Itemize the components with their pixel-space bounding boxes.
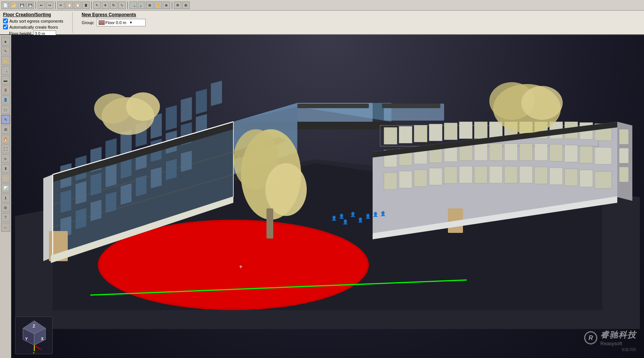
saveas-file-button[interactable]: 💾 [26, 2, 34, 9]
svg-rect-47 [414, 170, 427, 187]
svg-text:👤: 👤 [365, 213, 371, 219]
new-file-button[interactable]: 📄 [2, 2, 9, 9]
floor-select-icon [99, 20, 105, 25]
svg-rect-26 [135, 175, 147, 197]
group-label: Group: [82, 20, 94, 25]
group-select[interactable]: Floor 0.0 m ▼ [97, 19, 146, 26]
x-axis-label: X [41, 337, 44, 341]
viewport-3d[interactable]: + [11, 35, 644, 358]
auto-sort-label: Auto sort egress components [9, 19, 63, 23]
y-axis-label: Y [25, 337, 28, 341]
select-button[interactable]: ↖ [93, 2, 101, 9]
cut-button[interactable]: ✂ [57, 2, 65, 9]
svg-line-75 [34, 345, 40, 349]
svg-rect-24 [105, 191, 117, 213]
svg-rect-37 [489, 144, 502, 161]
sidebar-cursor-tool[interactable]: ↖ [1, 46, 10, 55]
panel-divider-1 [72, 12, 73, 33]
sidebar-door-tool[interactable]: 🚪 [1, 86, 10, 95]
sidebar-fire-tool[interactable]: 🔥 [1, 135, 10, 144]
sidebar-analysis-tool[interactable]: 📊 [1, 184, 10, 193]
watermark-company-name: 睿驰科技 [600, 329, 636, 341]
paste-button[interactable]: 📋 [74, 2, 81, 9]
sidebar-prop-tool[interactable]: ℹ [1, 193, 10, 202]
svg-rect-53 [504, 166, 518, 183]
orbit-button[interactable]: ⊕ [163, 2, 170, 9]
grid-button[interactable]: ⊞ [182, 2, 190, 9]
sidebar-elevator-tool[interactable]: ⬆ [1, 164, 10, 173]
toolbar-sep-2 [55, 2, 56, 9]
watermark: R 睿驰科技 Reasysoft 智森消防 [584, 329, 636, 352]
copy-button[interactable]: 📋 [65, 2, 73, 9]
sidebar-hand-tool[interactable]: ✋ [1, 56, 10, 65]
settings-button[interactable]: ⚙ [174, 2, 181, 9]
svg-rect-51 [474, 166, 487, 183]
dropdown-arrow-icon: ▼ [129, 21, 132, 24]
sidebar-group-tool[interactable]: □ [1, 105, 10, 114]
tree-trunk [266, 208, 273, 239]
delete-button[interactable]: 🗑 [82, 2, 90, 9]
rw1 [384, 127, 397, 144]
open-file-button[interactable]: 📂 [10, 2, 17, 9]
new-egress-section: New Egress Components Group: Floor 0.0 m… [82, 12, 146, 26]
auto-create-checkbox[interactable] [3, 24, 8, 29]
scale-button[interactable]: ⤡ [118, 2, 126, 9]
svg-rect-54 [519, 166, 533, 183]
svg-text:👤: 👤 [373, 211, 378, 217]
zoom-out-button[interactable]: 🔎 [138, 2, 145, 9]
sidebar-person-tool[interactable]: 👤 [1, 95, 10, 104]
tree-center-3 [265, 163, 307, 216]
roof-detail-1 [297, 104, 369, 108]
move-button[interactable]: ✛ [102, 2, 109, 9]
sidebar-dimension-tool[interactable]: ↔ [1, 223, 10, 232]
svg-rect-29 [181, 150, 192, 172]
floor-creation-title: Floor Creation/Sorting [3, 12, 63, 17]
svg-rect-22 [75, 208, 87, 229]
right-wing-side-windows [619, 129, 629, 182]
toolbar-sep-4 [127, 2, 128, 9]
svg-rect-12 [75, 181, 87, 205]
sidebar-settings-tool[interactable]: ⚙ [1, 203, 10, 212]
svg-rect-48 [429, 168, 442, 185]
sidebar-edit-tool[interactable]: ✎ [1, 115, 10, 124]
group-row: Group: Floor 0.0 m ▼ [82, 19, 146, 26]
tree-left-2 [94, 93, 132, 124]
svg-rect-36 [474, 144, 487, 161]
sidebar-exit-tool[interactable]: ⛶ [1, 144, 10, 153]
svg-rect-28 [166, 159, 177, 181]
tree-left-3 [126, 92, 160, 121]
svg-text:X: X [40, 347, 43, 351]
svg-rect-44 [595, 147, 612, 164]
zoom-in-button[interactable]: 🔍 [129, 2, 137, 9]
redo-button[interactable]: ↪ [46, 2, 53, 9]
svg-rect-23 [90, 199, 102, 221]
left-sidebar: ▲ ↖ ✋ 🔍 ▬ 🚪 👤 □ ✎ ⊞ 🔥 ⛶ ≡ ⬆ 📏 📊 ℹ ⚙ ? ↔ [0, 35, 11, 358]
zoom-fit-button[interactable]: ⊞ [146, 2, 154, 9]
auto-sort-checkbox[interactable] [3, 18, 8, 23]
svg-rect-58 [580, 170, 593, 187]
svg-rect-61 [619, 148, 629, 163]
svg-text:👤: 👤 [339, 213, 344, 219]
svg-text:👤: 👤 [358, 217, 363, 223]
sidebar-draw-wall[interactable]: ▬ [1, 76, 10, 85]
sidebar-info-tool[interactable]: ? [1, 213, 10, 222]
svg-text:👤: 👤 [380, 211, 386, 216]
navigation-cube[interactable]: Z X Y Y X [15, 317, 53, 354]
sidebar-arrow-up[interactable]: ▲ [1, 37, 10, 46]
sidebar-zoom-tool[interactable]: 🔍 [1, 66, 10, 75]
svg-text:👤: 👤 [331, 215, 337, 221]
rw6 [459, 122, 472, 139]
svg-rect-8 [181, 97, 192, 122]
sidebar-measure-tool[interactable]: 📏 [1, 174, 10, 183]
undo-button[interactable]: ↩ [38, 2, 45, 9]
sidebar-stair-tool[interactable]: ≡ [1, 154, 10, 163]
watermark-text-block: 睿驰科技 Reasysoft [600, 329, 636, 346]
svg-text:👤: 👤 [343, 219, 348, 225]
save-file-button[interactable]: 💾 [18, 2, 26, 9]
sidebar-layer-tool[interactable]: ⊞ [1, 125, 10, 134]
rotate-button[interactable]: ↻ [110, 2, 117, 9]
watermark-logo-circle: R [584, 331, 597, 344]
pan-button[interactable]: ✋ [154, 2, 162, 9]
roof-detail-2 [382, 104, 440, 108]
toolbar-sep-3 [91, 2, 92, 9]
